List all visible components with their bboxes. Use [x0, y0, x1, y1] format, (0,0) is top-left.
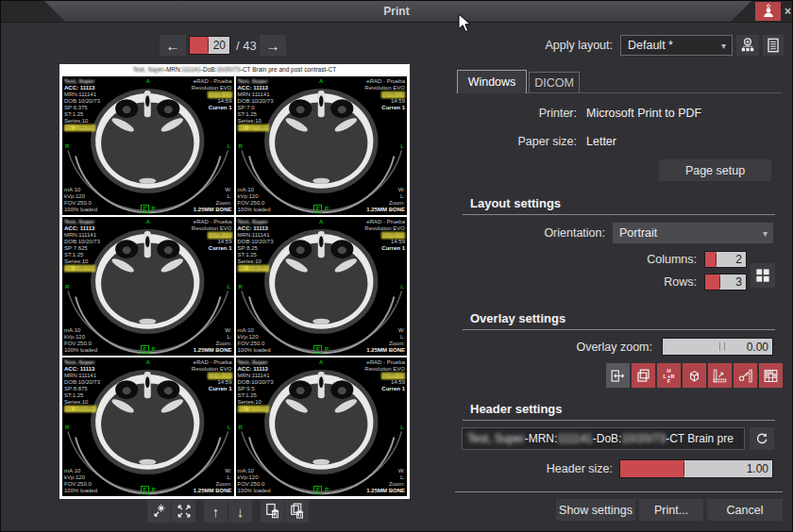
save-layout-button[interactable]	[736, 35, 759, 56]
delete-all-pages-button[interactable]	[285, 500, 309, 523]
rows-label: Rows:	[455, 275, 697, 289]
cell-overlay-bottom-right: W: L: Zoom: 1.25MM BONE	[366, 187, 405, 213]
text-part: -DoB:	[593, 432, 622, 445]
cell-overlay-top-right: eRAD - Prueba Revolution EVO 02/05/19 14…	[364, 219, 405, 252]
delete-all-pages-icon	[288, 502, 307, 521]
previous-page-button[interactable]: ←	[160, 35, 186, 56]
tab-windows[interactable]: Windows	[457, 70, 527, 93]
overlay-zoom-label: Overlay zoom:	[455, 341, 652, 354]
orientation-value: Portrait	[619, 226, 657, 240]
ruler-corner-button[interactable]	[708, 363, 732, 388]
page-spinner-knob[interactable]	[208, 39, 209, 52]
orientation-marker-left: L	[400, 283, 404, 290]
cell-overlay-top-right: eRAD - Prueba Revolution EVO 02/05/19 14…	[192, 359, 232, 392]
paper-size-label: Paper size:	[455, 135, 577, 148]
overlay-settings-title: Overlay settings	[470, 311, 565, 325]
delete-page-button[interactable]	[261, 500, 284, 523]
cube-3d-button[interactable]	[683, 363, 706, 388]
delete-page-icon	[263, 502, 282, 521]
preview-cell[interactable]: Test, Super ACC: 11113 MRN:111141 DOB:10…	[236, 217, 408, 356]
orientation-select[interactable]: Portrait ▾	[613, 223, 773, 243]
rows-value: 3	[735, 274, 742, 290]
title-bar: Print ×	[1, 1, 792, 23]
orientation-marker-right: R	[65, 283, 69, 290]
text-part: -CT Brain pre and post contrast-CT	[241, 66, 336, 73]
header-reset-button[interactable]	[750, 427, 774, 450]
preview-grid: Test, Super ACC: 11113 MRN:111141 DOB:10…	[62, 76, 407, 496]
orientation-marker-left: L	[228, 142, 231, 149]
page-spinner-fill	[190, 37, 209, 54]
cancel-button[interactable]: Cancel	[707, 499, 783, 521]
page-total-label: / 43	[236, 39, 257, 53]
print-preview-page[interactable]: Test, Super-MRN:111141-DoB:10/20/73-CT B…	[59, 64, 410, 499]
columns-spinner[interactable]: 2	[704, 251, 747, 268]
cell-overlay-top-right: eRAD - Prueba Revolution EVO 02/05/19 14…	[364, 78, 405, 111]
preview-cell[interactable]: Test, Super ACC: 11113 MRN:111141 DOB:10…	[236, 76, 408, 215]
page-number-spinner[interactable]: 20	[189, 36, 230, 55]
text-part: 111141	[182, 66, 201, 73]
orientation-letters-icon: H L + R F	[660, 367, 678, 385]
print-dialog: Print × ← 20 / 43 → Apply layout: Defaul…	[0, 0, 793, 532]
print-button[interactable]: Print...	[639, 499, 703, 521]
cell-overlay-top-left: Test, Super ACC: 11113 MRN:111141 DOB:10…	[64, 219, 100, 272]
layout-grid-button[interactable]	[751, 263, 775, 288]
ruler-corner-icon	[711, 367, 729, 385]
preview-cell[interactable]: Test, Super ACC: 11113 MRN:111141 DOB:10…	[236, 357, 408, 496]
move-up-button[interactable]: ↑	[204, 500, 228, 523]
svg-text:L: L	[664, 373, 667, 378]
preview-cell[interactable]: Test, Super ACC: 11113 MRN:111141 DOB:10…	[62, 217, 234, 356]
paper-size-value: Letter	[586, 135, 616, 148]
next-page-button[interactable]: →	[260, 35, 286, 56]
orientation-letters-button[interactable]: H L + R F	[657, 363, 681, 388]
text-part: 10/20/73	[216, 66, 240, 73]
text-part: 10/20/73	[621, 432, 666, 445]
overlay-zoom-slider[interactable]: 0.00	[662, 338, 773, 356]
show-settings-button[interactable]: Show settings	[556, 499, 635, 521]
rows-spinner[interactable]: 3	[704, 274, 747, 291]
layout-select-value: Default *	[628, 39, 673, 52]
fit-to-window-button[interactable]	[172, 500, 195, 523]
settings-panel: Windows DICOM Printer: Microsoft Print t…	[455, 63, 783, 527]
printer-value: Microsoft Print to PDF	[586, 107, 701, 120]
windowing-key-button[interactable]	[734, 363, 757, 388]
page-setup-button[interactable]: Page setup	[659, 159, 771, 181]
header-size-label: Header size:	[455, 462, 613, 475]
pan-overlay-button[interactable]	[606, 363, 630, 388]
user-icon	[760, 3, 777, 20]
preview-cell[interactable]: Test, Super ACC: 11113 MRN:111141 DOB:10…	[62, 357, 234, 496]
auto-window-button[interactable]	[147, 500, 171, 523]
columns-label: Columns:	[455, 253, 697, 266]
save-layout-icon	[738, 36, 757, 55]
chevron-down-icon: ▾	[763, 228, 768, 239]
overlay-zoom-value: 0.00	[747, 339, 768, 355]
text-part: -CT Brain pre	[666, 432, 734, 445]
orientation-marker-right: R	[239, 424, 243, 430]
orientation-marker-right: R	[239, 142, 243, 149]
close-icon[interactable]: ×	[782, 2, 793, 21]
header-text-parts: Test, Super-MRN:111141-DoB:10/20/73-CT B…	[467, 432, 734, 445]
cell-overlay-top-left: Test, Super ACC: 11113 MRN:111141 DOB:10…	[64, 359, 100, 412]
text-part: Test, Super	[133, 66, 164, 73]
pan-overlay-icon	[609, 367, 627, 385]
preview-cell[interactable]: Test, Super ACC: 11113 MRN:111141 DOB:10…	[62, 76, 234, 215]
stacked-images-button[interactable]	[632, 363, 655, 388]
text-part: Test, Super	[467, 432, 525, 445]
reset-icon	[753, 430, 770, 447]
layout-list-icon	[764, 36, 783, 55]
orientation-marker-right: R	[239, 283, 243, 290]
dialog-title: Print	[1, 1, 792, 22]
move-down-button[interactable]: ↓	[228, 500, 252, 523]
cell-overlay-top-left: Test, Super ACC: 11113 MRN:111141 DOB:10…	[238, 78, 274, 131]
user-support-button[interactable]	[755, 2, 781, 21]
layout-select[interactable]: Default * ▾	[620, 35, 733, 56]
header-text-field[interactable]: Test, Super-MRN:111141-DoB:10/20/73-CT B…	[462, 427, 745, 450]
header-size-slider[interactable]: 1.00	[619, 459, 773, 478]
orientation-marker-left: L	[400, 142, 404, 149]
tab-dicom[interactable]: DICOM	[529, 72, 580, 92]
svg-text:R: R	[670, 373, 674, 378]
columns-value: 2	[735, 252, 742, 267]
cell-overlay-top-left: Test, Super ACC: 11113 MRN:111141 DOB:10…	[238, 359, 274, 412]
table-grid-button[interactable]	[759, 363, 783, 388]
layout-list-button[interactable]	[763, 35, 784, 56]
windowing-key-icon	[736, 367, 754, 385]
